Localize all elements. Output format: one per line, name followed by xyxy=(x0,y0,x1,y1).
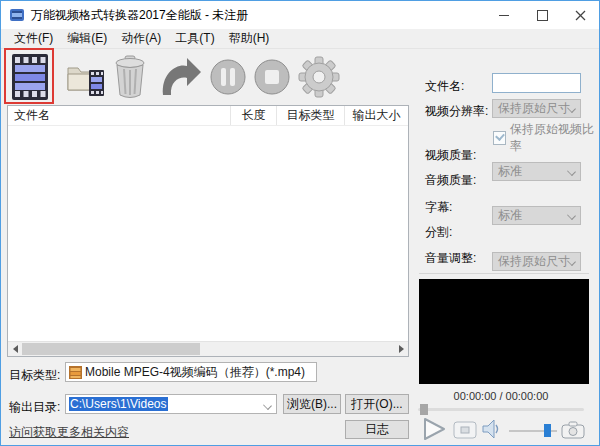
video-resolution-value: 保持原始尺寸 xyxy=(498,100,570,117)
trash-icon xyxy=(113,55,147,99)
log-button[interactable]: 日志 xyxy=(345,420,409,439)
folder-film-icon xyxy=(65,56,107,98)
output-dir-label: 输出目录: xyxy=(9,399,60,416)
checkbox-checked-icon[interactable] xyxy=(493,131,506,145)
maximize-icon xyxy=(537,10,548,21)
scroll-left-arrow[interactable] xyxy=(8,342,22,356)
stop-playback-button[interactable] xyxy=(453,421,477,439)
file-list[interactable]: 文件名 长度 目标类型 输出大小 xyxy=(7,105,409,357)
chevron-down-icon xyxy=(567,167,576,176)
split-label: 分割: xyxy=(425,224,452,241)
column-header-output-size[interactable]: 输出大小 xyxy=(344,106,408,125)
camera-icon xyxy=(561,421,585,439)
close-button[interactable] xyxy=(561,1,599,29)
browse-button[interactable]: 浏览(B)... xyxy=(283,394,341,414)
video-quality-value: 标准 xyxy=(498,163,522,180)
file-name-input[interactable] xyxy=(492,73,581,93)
window-title: 万能视频格式转换器2017全能版 - 未注册 xyxy=(31,7,248,24)
audio-quality-label: 音频质量: xyxy=(425,172,476,189)
mute-button[interactable] xyxy=(481,418,501,440)
add-folder-button[interactable] xyxy=(65,51,107,103)
column-header-filename[interactable]: 文件名 xyxy=(8,106,230,125)
maximize-button[interactable] xyxy=(523,1,561,29)
seek-slider-handle[interactable] xyxy=(420,404,428,415)
scrollbar-thumb[interactable] xyxy=(22,343,200,355)
column-header-length[interactable]: 长度 xyxy=(230,106,276,125)
file-list-body[interactable] xyxy=(8,126,408,343)
titlebar: 万能视频格式转换器2017全能版 - 未注册 xyxy=(1,1,599,29)
output-dir-value: C:\Users\1\Videos xyxy=(69,397,168,411)
red-highlight-annotation xyxy=(4,48,54,104)
minimize-button[interactable] xyxy=(485,1,523,29)
subtitle-value: 保持原始尺寸 xyxy=(498,253,570,270)
chevron-down-icon xyxy=(263,401,272,410)
stop-playback-icon xyxy=(453,421,477,439)
volume-adjust-label: 音量调整: xyxy=(425,250,476,267)
scroll-right-arrow[interactable] xyxy=(394,342,408,356)
target-type-combo[interactable]: Mobile MPEG-4视频编码（推荐）(*.mp4) xyxy=(65,362,317,382)
mp4-format-icon xyxy=(69,366,83,379)
video-quality-dropdown[interactable]: 标准 xyxy=(492,162,581,181)
delete-button[interactable] xyxy=(113,51,147,103)
convert-button[interactable] xyxy=(153,51,203,103)
play-icon xyxy=(421,417,447,441)
open-button[interactable]: 打开(O)... xyxy=(345,394,409,414)
horizontal-scrollbar[interactable] xyxy=(8,341,408,356)
audio-quality-dropdown[interactable]: 标准 xyxy=(492,206,581,225)
snapshot-button[interactable] xyxy=(561,421,585,439)
target-type-value: Mobile MPEG-4视频编码（推荐）(*.mp4) xyxy=(85,364,305,381)
menu-help[interactable]: 帮助(H) xyxy=(222,29,277,48)
keep-ratio-label: 保持原始视频比率 xyxy=(510,121,599,155)
volume-slider-handle[interactable] xyxy=(544,424,551,437)
app-window: 万能视频格式转换器2017全能版 - 未注册 文件(F) 编辑(E) 动作(A)… xyxy=(0,0,600,446)
pause-button[interactable] xyxy=(209,51,247,103)
stop-circle-icon xyxy=(253,58,291,96)
chevron-down-icon xyxy=(567,211,576,220)
menubar: 文件(F) 编辑(E) 动作(A) 工具(T) 帮助(H) xyxy=(1,29,599,48)
stop-button[interactable] xyxy=(253,51,291,103)
minimize-icon xyxy=(499,15,509,16)
menu-edit[interactable]: 编辑(E) xyxy=(60,29,114,48)
browse-button-label: 浏览(B)... xyxy=(287,396,337,413)
seek-slider[interactable] xyxy=(418,408,584,411)
close-icon xyxy=(575,10,586,21)
audio-quality-value: 标准 xyxy=(498,207,522,224)
menu-tools[interactable]: 工具(T) xyxy=(168,29,221,48)
video-resolution-label: 视频分辨率: xyxy=(425,103,488,120)
pause-circle-icon xyxy=(209,58,247,96)
promo-link[interactable]: 访问获取更多相关内容 xyxy=(9,424,129,441)
log-button-label: 日志 xyxy=(365,421,389,438)
curved-arrow-icon xyxy=(153,55,203,99)
settings-button[interactable] xyxy=(297,51,341,103)
output-dir-combo[interactable]: C:\Users\1\Videos xyxy=(65,394,277,414)
subtitle-dropdown[interactable]: 保持原始尺寸 xyxy=(492,252,581,271)
video-resolution-dropdown[interactable]: 保持原始尺寸 xyxy=(492,99,581,118)
app-icon xyxy=(9,7,25,23)
video-preview xyxy=(419,279,589,384)
add-video-button[interactable] xyxy=(9,51,51,103)
playback-time: 00:00:00 / 00:00:00 xyxy=(416,390,586,402)
file-list-header: 文件名 长度 目标类型 输出大小 xyxy=(8,106,408,126)
column-header-target-type[interactable]: 目标类型 xyxy=(276,106,344,125)
target-type-label: 目标类型: xyxy=(9,367,60,384)
panel-divider xyxy=(419,273,589,274)
subtitle-label: 字幕: xyxy=(425,199,452,216)
keep-ratio-checkbox-row[interactable]: 保持原始视频比率 xyxy=(493,121,599,155)
gear-icon xyxy=(297,55,341,99)
menu-file[interactable]: 文件(F) xyxy=(7,29,60,48)
open-button-label: 打开(O)... xyxy=(351,396,402,413)
file-name-label: 文件名: xyxy=(425,78,464,95)
video-quality-label: 视频质量: xyxy=(425,147,476,164)
menu-action[interactable]: 动作(A) xyxy=(114,29,168,48)
play-button[interactable] xyxy=(421,417,447,441)
speaker-icon xyxy=(481,418,501,440)
window-controls xyxy=(485,1,599,29)
